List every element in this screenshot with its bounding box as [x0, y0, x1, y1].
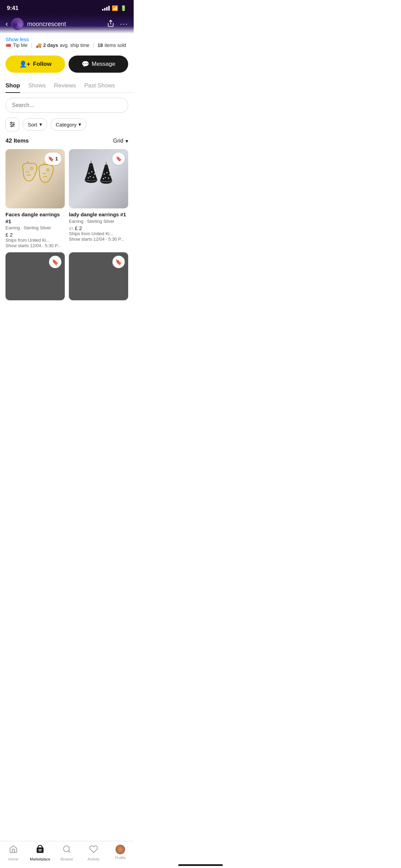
signal-icon — [102, 6, 110, 11]
ship-icon: 🚚 — [36, 43, 41, 48]
product-title: lady dangle earrings #1 — [69, 211, 128, 218]
filter-icon-button[interactable] — [5, 118, 19, 131]
bookmark-badge[interactable]: 🔖 — [49, 256, 61, 268]
tab-past-shows[interactable]: Past Shows — [84, 78, 115, 93]
category-chevron-icon: ▾ — [78, 121, 81, 128]
svg-point-27 — [103, 178, 104, 179]
tab-shop[interactable]: Shop — [5, 78, 20, 93]
svg-point-25 — [105, 177, 106, 178]
header-actions: ··· — [107, 20, 128, 29]
product-show: Show starts 12/04 · 5:30 P... — [69, 237, 128, 242]
svg-point-19 — [95, 170, 96, 171]
avatar — [11, 18, 24, 30]
svg-point-4 — [11, 122, 12, 123]
header-username: mooncrescent — [27, 21, 66, 28]
product-shipping: Ships from United Ki... — [5, 238, 65, 243]
profile-info: Show less 🎟️ Tip Me | 🚚 2 days avg. ship… — [0, 34, 134, 52]
sort-button[interactable]: Sort ▾ — [23, 118, 47, 131]
action-buttons: 👤+ Follow 💬 Message — [0, 52, 134, 78]
svg-point-13 — [89, 173, 90, 174]
bookmark-icon: 🔖 — [116, 156, 122, 161]
svg-point-14 — [92, 171, 93, 172]
items-sold-item: 18 items sold — [98, 43, 126, 48]
product-subtitle: Earring · Sterling Silver — [5, 225, 65, 230]
bookmark-icon: 🔖 — [48, 156, 54, 161]
category-button[interactable]: Category ▾ — [51, 118, 87, 131]
svg-point-24 — [109, 174, 110, 176]
product-show: Show starts 12/04 · 5:30 P... — [5, 243, 65, 248]
svg-point-6 — [11, 125, 12, 126]
svg-point-8 — [31, 167, 33, 170]
svg-point-5 — [13, 124, 14, 125]
bookmark-badge[interactable]: 🔖 1 — [45, 153, 61, 165]
battery-icon: 🔋 — [120, 5, 127, 11]
svg-point-10 — [47, 169, 49, 171]
share-icon[interactable] — [107, 20, 114, 29]
product-image-wrap: 🔖 — [69, 149, 128, 208]
svg-point-22 — [104, 173, 105, 174]
header: ‹ mooncrescent ··· — [0, 14, 134, 34]
tabs: Shop Shows Reviews Past Shows — [0, 78, 134, 93]
product-price: 🏷 £ 2 — [69, 225, 128, 231]
svg-point-12 — [90, 164, 93, 166]
grid-chevron-icon: ▾ — [125, 138, 128, 144]
product-card[interactable]: 🔖 — [5, 252, 65, 300]
items-header: 42 Items Grid ▾ — [0, 136, 134, 149]
svg-point-26 — [108, 178, 109, 179]
svg-point-18 — [88, 177, 89, 178]
search-container — [0, 93, 134, 118]
svg-point-15 — [94, 173, 95, 174]
product-subtitle: Earring · Sterling Silver — [69, 219, 128, 224]
back-button[interactable]: ‹ — [5, 20, 8, 28]
items-count: 42 Items — [5, 137, 29, 144]
wifi-icon: 📶 — [112, 5, 118, 11]
status-bar: 9:41 📶 🔋 — [0, 0, 134, 14]
ship-time-item: 🚚 2 days avg. ship time — [36, 43, 89, 48]
tab-reviews[interactable]: Reviews — [54, 78, 76, 93]
header-left: ‹ mooncrescent — [5, 18, 66, 30]
product-grid: 🔖 1 Faces dangle earrings #1 Earring · S… — [0, 149, 134, 248]
product-image-wrap: 🔖 1 — [5, 149, 65, 208]
search-input[interactable] — [5, 98, 128, 113]
product-grid-partial: 🔖 🔖 — [0, 248, 134, 300]
more-icon[interactable]: ··· — [120, 20, 128, 28]
show-less-link[interactable]: Show less — [5, 36, 29, 42]
meta-row: 🎟️ Tip Me | 🚚 2 days avg. ship time | 18… — [5, 43, 128, 48]
status-icons: 📶 🔋 — [102, 5, 127, 11]
product-card[interactable]: 🔖 1 Faces dangle earrings #1 Earring · S… — [5, 149, 65, 248]
bookmark-icon: 🔖 — [52, 259, 59, 265]
grid-toggle[interactable]: Grid ▾ — [113, 138, 128, 144]
tab-shows[interactable]: Shows — [28, 78, 46, 93]
filters-row: Sort ▾ Category ▾ — [0, 118, 134, 136]
product-price: £ 2 — [5, 232, 65, 238]
message-icon: 💬 — [82, 60, 89, 68]
bookmark-badge[interactable]: 🔖 — [112, 153, 125, 165]
price-tag-icon: 🏷 — [69, 226, 73, 231]
message-button[interactable]: 💬 Message — [69, 56, 128, 73]
svg-point-21 — [105, 165, 108, 168]
follow-icon: 👤+ — [19, 60, 31, 68]
product-title: Faces dangle earrings #1 — [5, 211, 65, 225]
bookmark-icon: 🔖 — [115, 259, 122, 265]
tip-icon: 🎟️ — [5, 43, 11, 48]
tip-me-item: 🎟️ Tip Me — [5, 43, 27, 48]
svg-point-23 — [107, 172, 108, 173]
bookmark-badge[interactable]: 🔖 — [112, 256, 125, 268]
sort-chevron-icon: ▾ — [39, 121, 42, 128]
product-card[interactable]: 🔖 — [69, 252, 128, 300]
product-card[interactable]: 🔖 lady dangle earrings #1 Earring · Ster… — [69, 149, 128, 248]
svg-point-17 — [93, 177, 94, 178]
svg-point-16 — [90, 176, 91, 177]
status-time: 9:41 — [7, 5, 19, 12]
follow-button[interactable]: 👤+ Follow — [5, 56, 65, 73]
product-shipping: Ships from United Ki... — [69, 231, 128, 236]
